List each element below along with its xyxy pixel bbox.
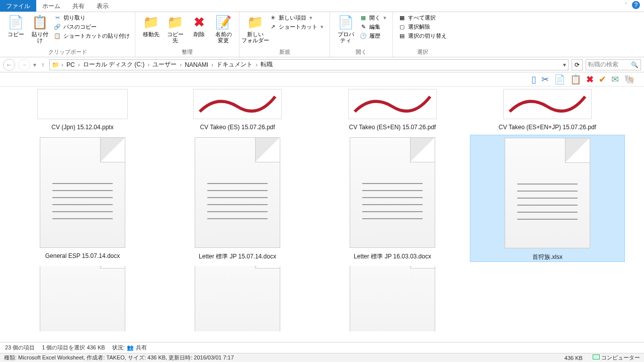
delete-button[interactable]: ✖削除: [189, 14, 210, 37]
doc-thumbnail: [350, 137, 435, 248]
scissors-icon: ✂: [53, 15, 61, 21]
file-item[interactable]: [160, 266, 315, 331]
cut-button[interactable]: ✂切り取り: [53, 14, 130, 22]
shortcut-icon: 📋: [53, 33, 61, 39]
people-icon: 👥: [127, 344, 134, 351]
tab-share[interactable]: 共有: [66, 0, 91, 12]
select-all-button[interactable]: ▦すべて選択: [398, 14, 447, 22]
secondary-toolbar: ▯ ✂ 📄 📋 ✖ ✔ ✉ 🐚: [0, 72, 644, 86]
file-details: 種類: Microsoft Excel Worksheet, 作成者: TAKE…: [4, 354, 234, 361]
new-item-icon: ✳: [269, 15, 277, 21]
file-name: 首狩族.xlsx: [532, 253, 562, 261]
tab-file[interactable]: ファイル: [0, 0, 36, 12]
select-none-button[interactable]: ▢選択解除: [398, 23, 447, 31]
new-shortcut-button[interactable]: ↗ショートカット▾: [269, 23, 325, 31]
refresh-button[interactable]: ⟳: [572, 59, 583, 70]
select-all-icon: ▦: [398, 15, 406, 21]
properties-button[interactable]: 📄プロパティ: [335, 14, 356, 43]
pdf-thumbnail: [503, 89, 592, 119]
check-icon[interactable]: ✔: [599, 74, 606, 85]
group-label-organize: 整理: [140, 47, 234, 56]
rename-button[interactable]: 📝名前の 変更: [213, 14, 234, 43]
file-item[interactable]: General ESP 15.07.14.docx: [5, 135, 160, 262]
doc-thumbnail: [40, 266, 125, 331]
group-new: 📁新しい フォルダー ✳新しい項目▾ ↗ショートカット▾ 新規: [239, 12, 330, 57]
crumb-user[interactable]: NANAMI: [184, 61, 209, 68]
paste-shortcut-button[interactable]: 📋ショートカットの貼り付け: [53, 32, 130, 40]
doc-thumbnail: [195, 266, 280, 331]
invert-selection-button[interactable]: ▤選択の切り替え: [398, 32, 447, 40]
navigation-bar: ← → ▾ ↑ 📁 › PC› ローカル ディスク (C:)› ユーザー› NA…: [0, 57, 644, 72]
invert-icon: ▤: [398, 33, 406, 39]
copy-icon: 📄: [8, 14, 24, 30]
help-icon[interactable]: ?: [632, 1, 640, 9]
copy-path-button[interactable]: 🔗パスのコピー: [53, 23, 130, 31]
crumb-users[interactable]: ユーザー: [151, 60, 178, 69]
new-item-button[interactable]: ✳新しい項目▾: [269, 14, 325, 22]
file-item[interactable]: CV Takeo (ES+EN+JP) 15.07.26.pdf: [470, 86, 625, 131]
copy-icon-tb[interactable]: 📄: [554, 74, 565, 85]
paste-icon-tb[interactable]: 📋: [570, 74, 581, 85]
file-name: Letter 標準 JP 15.07.14.docx: [199, 252, 276, 261]
copy-to-button[interactable]: 📁コピー先: [165, 14, 186, 43]
pptx-thumbnail: [37, 89, 128, 119]
new-folder-button[interactable]: 📁新しい フォルダー: [245, 14, 266, 43]
forward-button[interactable]: →: [18, 59, 30, 71]
up-button[interactable]: ↑: [39, 61, 46, 68]
open-button[interactable]: ▦開く▾: [359, 14, 387, 22]
file-item[interactable]: CV (Jpn) 15.12.04.pptx: [5, 86, 160, 131]
copy-button[interactable]: 📄 コピー: [5, 14, 26, 37]
file-name: CV (Jpn) 15.12.04.pptx: [51, 124, 113, 131]
new-folder-icon: 📁: [247, 14, 263, 30]
delete-icon-tb[interactable]: ✖: [586, 74, 594, 85]
search-icon: 🔍: [631, 61, 638, 68]
cut-icon[interactable]: ✂: [541, 74, 549, 85]
history-button[interactable]: 🕑履歴: [359, 32, 387, 40]
paste-button[interactable]: 📋 貼り付け: [29, 14, 50, 43]
rename-icon: 📝: [215, 14, 231, 30]
crumb-disk[interactable]: ローカル ディスク (C:): [82, 60, 146, 69]
excel-icon: ▦: [359, 15, 367, 21]
pdf-thumbnail: [348, 89, 437, 119]
address-bar[interactable]: 📁 › PC› ローカル ディスク (C:)› ユーザー› NANAMI› ドキ…: [49, 59, 569, 70]
recent-dropdown[interactable]: ▾: [33, 61, 36, 68]
edit-button[interactable]: ✎編集: [359, 23, 387, 31]
doc-thumbnail: [195, 137, 280, 248]
search-input[interactable]: 転職の検索 🔍: [586, 59, 641, 70]
group-organize: 📁移動先 📁コピー先 ✖削除 📝名前の 変更 整理: [135, 12, 239, 57]
mail-icon[interactable]: ✉: [611, 74, 619, 85]
delete-icon: ✖: [191, 14, 207, 30]
minimize-ribbon-icon[interactable]: ˆ: [625, 2, 627, 8]
doc-thumbnail: [40, 137, 125, 248]
properties-icon: 📄: [338, 14, 354, 30]
details-bar: 種類: Microsoft Excel Worksheet, 作成者: TAKE…: [0, 353, 644, 362]
file-item[interactable]: CV Takeo (ES) 15.07.26.pdf: [160, 86, 315, 131]
preview-pane-icon[interactable]: ▯: [531, 74, 536, 85]
path-icon: 🔗: [53, 24, 61, 30]
file-name: Letter 標準 JP 16.03.03.docx: [354, 252, 431, 261]
crumb-folder[interactable]: 転職: [260, 60, 274, 69]
back-button[interactable]: ←: [3, 59, 15, 71]
tab-home[interactable]: ホーム: [36, 0, 66, 12]
paste-icon: 📋: [32, 14, 48, 30]
shell-icon[interactable]: 🐚: [624, 74, 635, 85]
file-item[interactable]: CV Takeo (ES+EN) 15.07.26.pdf: [315, 86, 470, 131]
selection-info: 1 個の項目を選択 436 KB: [42, 344, 105, 351]
pdf-thumbnail: [193, 89, 282, 119]
file-item[interactable]: [5, 266, 160, 331]
address-dropdown[interactable]: ▾: [563, 61, 566, 68]
file-item[interactable]: Letter 標準 JP 16.03.03.docx: [315, 135, 470, 262]
folder-copy-icon: 📁: [167, 14, 183, 30]
file-name: CV Takeo (ES+EN+JP) 15.07.26.pdf: [499, 124, 596, 131]
crumb-pc[interactable]: PC: [65, 61, 76, 68]
chevron-right-icon: ›: [60, 61, 64, 68]
tab-view[interactable]: 表示: [91, 0, 115, 12]
status-bar: 23 個の項目 1 個の項目を選択 436 KB 状況: 👥 共有: [0, 342, 644, 353]
group-clipboard: 📄 コピー 📋 貼り付け ✂切り取り 🔗パスのコピー 📋ショートカットの貼り付け…: [0, 12, 135, 57]
file-item-selected[interactable]: 首狩族.xlsx: [470, 135, 625, 262]
file-item[interactable]: [315, 266, 470, 331]
move-to-button[interactable]: 📁移動先: [140, 14, 162, 37]
crumb-documents[interactable]: ドキュメント: [215, 60, 254, 69]
item-count: 23 個の項目: [5, 344, 35, 351]
file-item[interactable]: Letter 標準 JP 15.07.14.docx: [160, 135, 315, 262]
